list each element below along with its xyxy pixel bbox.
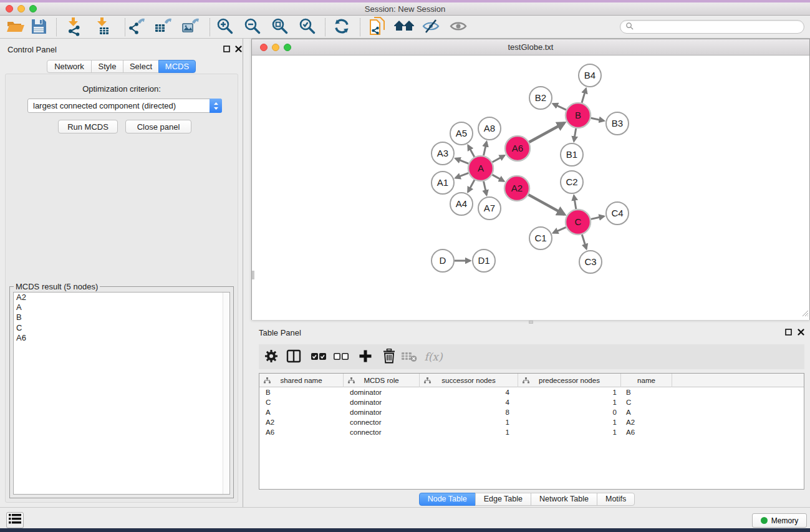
column-header-MCDS-role[interactable]: MCDS role [344, 374, 420, 387]
network-scrollbar-thumb[interactable] [252, 271, 254, 279]
table-row[interactable]: Bdominator41B [259, 387, 804, 397]
zoom-out-button[interactable] [242, 17, 263, 37]
resize-grip-icon[interactable] [801, 308, 809, 319]
column-header-shared-name[interactable]: shared name [259, 374, 344, 387]
table-row[interactable]: Adominator80A [259, 407, 804, 417]
zoom-selected-button[interactable] [297, 17, 318, 37]
graph-node-A7[interactable]: A7 [478, 197, 501, 220]
network-window-titlebar[interactable]: testGlobe.txt [252, 39, 809, 56]
graph-node-C2[interactable]: C2 [561, 171, 583, 193]
split-columns-button[interactable] [284, 347, 304, 367]
trash-button[interactable] [379, 347, 399, 367]
save-session-button[interactable] [28, 17, 49, 37]
table-row[interactable]: A2connector11A2 [259, 417, 804, 427]
graph-edge-B-B3[interactable] [591, 118, 604, 120]
graph-edge-B-B4[interactable] [582, 89, 586, 103]
table-row[interactable]: A6connector11A6 [259, 427, 804, 437]
network-canvas[interactable]: B4B2BB3B1A5A8A6A3AA1A2C2A4A7CC4C1C3DD1 [252, 56, 809, 320]
tab-select[interactable]: Select [123, 60, 159, 73]
graph-edge-A-A5[interactable] [468, 145, 475, 157]
graph-edge-A6-B[interactable] [529, 123, 564, 142]
graph-node-C[interactable]: C [566, 210, 591, 235]
graph-node-A6[interactable]: A6 [505, 136, 530, 161]
result-item[interactable]: B [14, 312, 229, 322]
tab-edge-table[interactable]: Edge Table [475, 493, 531, 506]
export-image-button[interactable] [180, 17, 201, 37]
graph-edge-B-B2[interactable] [553, 104, 566, 110]
zoom-fit-button[interactable] [269, 17, 291, 37]
graph-edge-C-C1[interactable] [553, 227, 566, 233]
graph-edge-B-B1[interactable] [574, 128, 576, 142]
graph-node-B4[interactable]: B4 [579, 64, 601, 87]
tab-mcds[interactable]: MCDS [158, 60, 196, 73]
tab-network[interactable]: Network [47, 60, 92, 73]
graph-edge-C-C4[interactable] [591, 216, 604, 220]
import-network-button[interactable] [64, 17, 85, 37]
task-history-button[interactable] [6, 512, 24, 528]
result-scrollbar[interactable] [223, 293, 229, 494]
tab-node-table[interactable]: Node Table [419, 493, 476, 506]
column-header-predecessor-nodes[interactable]: predecessor nodes [518, 374, 621, 387]
graph-edge-A2-C[interactable] [528, 195, 564, 215]
graph-node-B3[interactable]: B3 [606, 112, 629, 135]
hide-selected-button[interactable] [420, 17, 441, 37]
result-item[interactable]: A2 [14, 293, 229, 302]
import-table-button[interactable] [93, 17, 114, 37]
graph-edge-A-A7[interactable] [484, 181, 487, 195]
result-item[interactable]: C [14, 323, 229, 333]
graph-node-D[interactable]: D [432, 249, 454, 272]
close-table-panel-icon[interactable] [797, 328, 805, 336]
result-item[interactable]: A [14, 302, 229, 312]
tab-motifs[interactable]: Motifs [597, 493, 635, 506]
apply-layout-button[interactable] [331, 17, 352, 37]
table-row[interactable]: Cdominator41C [259, 397, 804, 407]
graph-node-A[interactable]: A [468, 156, 493, 181]
graph-edge-A-A3[interactable] [456, 158, 469, 163]
column-header-successor-nodes[interactable]: successor nodes [420, 374, 518, 387]
graph-edge-C-C2[interactable] [574, 196, 576, 210]
close-panel-button[interactable]: Close panel [125, 120, 191, 133]
new-network-from-selection-button[interactable] [367, 17, 388, 37]
graph-node-A2[interactable]: A2 [504, 176, 529, 201]
graph-node-B[interactable]: B [566, 103, 591, 128]
search-input[interactable] [637, 22, 799, 31]
deselect-all-checkboxes-button[interactable] [331, 347, 351, 367]
show-all-button[interactable] [448, 17, 469, 37]
float-table-panel-icon[interactable] [784, 328, 793, 336]
graph-edge-C-C3[interactable] [582, 235, 586, 249]
graph-node-D1[interactable]: D1 [473, 249, 495, 272]
result-item[interactable]: A6 [14, 333, 229, 343]
close-panel-icon[interactable] [234, 45, 243, 53]
graph-node-B2[interactable]: B2 [529, 87, 552, 109]
graph-node-A4[interactable]: A4 [450, 193, 473, 215]
graph-node-A5[interactable]: A5 [450, 122, 473, 145]
tab-network-table[interactable]: Network Table [531, 493, 597, 506]
run-mcds-button[interactable]: Run MCDS [58, 120, 118, 133]
graph-node-A8[interactable]: A8 [478, 117, 501, 140]
export-table-button[interactable] [153, 17, 174, 37]
graph-node-A3[interactable]: A3 [432, 142, 454, 165]
graph-node-A1[interactable]: A1 [432, 172, 454, 194]
memory-button[interactable]: Memory [752, 513, 807, 528]
splitter-handle[interactable] [529, 321, 533, 324]
open-session-button[interactable] [5, 17, 26, 37]
mcds-result-list[interactable]: A2ABCA6 [13, 292, 230, 495]
select-all-checkboxes-button[interactable] [309, 347, 329, 367]
graph-node-C4[interactable]: C4 [606, 202, 629, 225]
float-panel-icon[interactable] [223, 45, 231, 53]
export-network-button[interactable] [126, 17, 147, 37]
gear-button[interactable] [261, 347, 281, 367]
criterion-select[interactable]: largest connected component (directed) [27, 99, 222, 113]
graph-edge-A-A8[interactable] [484, 142, 487, 156]
graph-node-B1[interactable]: B1 [561, 143, 583, 166]
graph-node-C3[interactable]: C3 [579, 251, 602, 273]
first-neighbors-button[interactable] [393, 17, 415, 37]
column-header-name[interactable]: name [621, 374, 672, 387]
add-button[interactable] [355, 347, 375, 367]
graph-node-C1[interactable]: C1 [529, 227, 552, 249]
graph-edge-A-A1[interactable] [456, 173, 469, 178]
graph-edge-A-A6[interactable] [493, 155, 504, 162]
graph-edge-A-A2[interactable] [492, 175, 504, 181]
tab-style[interactable]: Style [91, 60, 123, 73]
search-field[interactable] [620, 20, 804, 34]
